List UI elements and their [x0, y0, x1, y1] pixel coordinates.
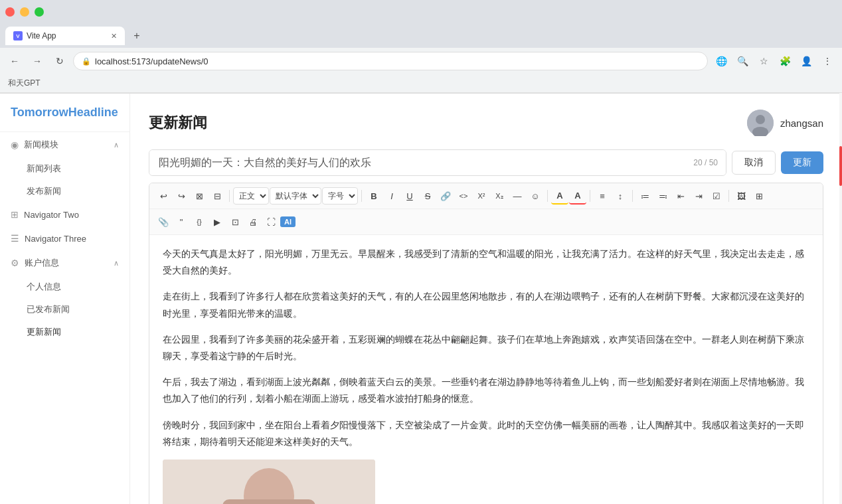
toolbar-align-group: ≡ ↕	[594, 187, 629, 205]
bookmark-item[interactable]: 和天GPT	[8, 78, 41, 89]
ul-button[interactable]: ≔	[636, 187, 653, 205]
browser-tab[interactable]: V Vite App ✕	[5, 27, 125, 45]
url-bar[interactable]: 🔒 localhost:5173/updateNews/0	[73, 52, 708, 70]
title-input-row: 20 / 50 取消 更新	[149, 149, 823, 176]
sidebar-item-personal-info[interactable]: 个人信息	[0, 276, 129, 298]
indent-increase-button[interactable]: ⇥	[690, 187, 707, 205]
sidebar-item-publish-news[interactable]: 发布新闻	[0, 180, 129, 203]
bold-button[interactable]: B	[365, 187, 382, 205]
new-tab-button[interactable]: +	[127, 27, 146, 45]
profile-button[interactable]: 👤	[797, 52, 815, 70]
scrollbar-track	[839, 94, 842, 504]
gear-icon: ⚙	[11, 258, 19, 268]
user-info: zhangsan	[747, 110, 823, 136]
attachment-button[interactable]: 📎	[155, 213, 172, 230]
maximize-window-button[interactable]	[35, 7, 44, 17]
subscript-button[interactable]: X₂	[491, 187, 508, 205]
format-button[interactable]: ⊟	[209, 187, 226, 205]
navigator-two-label: Navigator Two	[24, 210, 79, 220]
tab-close-button[interactable]: ✕	[111, 32, 117, 41]
codeblock-button[interactable]: {}	[191, 213, 208, 230]
toolbar-color-group: A A	[551, 187, 586, 205]
emoji-button[interactable]: ☺	[527, 187, 544, 205]
sidebar-item-published-news[interactable]: 已发布新闻	[0, 298, 129, 321]
content-paragraph-1: 今天的天气真是太好了，阳光明媚，万里无云。早晨醒来，我感受到了清新的空气和温暖的…	[163, 246, 809, 279]
back-button[interactable]: ←	[5, 52, 24, 70]
close-window-button[interactable]	[5, 7, 15, 17]
align-button[interactable]: ≡	[594, 187, 611, 205]
editor-toolbar: ↩ ↪ ⊠ ⊟ 正文 默认字体 字号	[149, 183, 823, 209]
print-button[interactable]: 🖨	[244, 213, 262, 230]
cancel-button[interactable]: 取消	[732, 151, 776, 175]
highlight-button[interactable]: A	[551, 187, 568, 205]
sidebar-news-section: ◉ 新闻模块 ∧ 新闻列表 发布新闻	[0, 132, 129, 203]
sidebar-item-account[interactable]: ⚙ 账户信息 ∧	[0, 250, 129, 276]
sidebar-item-news-module[interactable]: ◉ 新闻模块 ∧	[0, 132, 129, 157]
image-button[interactable]: 🖼	[732, 187, 750, 205]
font-color-button[interactable]: A	[569, 187, 586, 205]
navigator-three-label: Navigator Three	[25, 234, 86, 244]
heading-select[interactable]: 正文	[233, 187, 269, 205]
font-size-select[interactable]: 字号	[322, 187, 358, 205]
refresh-button[interactable]: ↻	[50, 52, 69, 70]
undo-button[interactable]: ↩	[155, 187, 172, 205]
line-height-button[interactable]: ↕	[612, 187, 629, 205]
content-paragraph-4: 午后，我去了湖边，看到湖面上波光粼粼，倒映着蓝天白云的美景。一些垂钓者在湖边静静…	[163, 374, 809, 407]
font-select[interactable]: 默认字体	[270, 187, 321, 205]
zoom-button[interactable]: 🔍	[733, 52, 752, 70]
editor-content[interactable]: 今天的天气真是太好了，阳光明媚，万里无云。早晨醒来，我感受到了清新的空气和温暖的…	[149, 235, 823, 504]
toolbar-sep-3	[547, 190, 548, 202]
content-paragraph-3: 在公园里，我看到了许多美丽的花朵盛开着，五彩斑斓的蝴蝶在花丛中翩翩起舞。孩子们在…	[163, 331, 809, 365]
translate-button[interactable]: 🌐	[712, 52, 730, 70]
editor-container: ↩ ↪ ⊠ ⊟ 正文 默认字体 字号	[149, 183, 823, 504]
tab-bar: V Vite App ✕ +	[0, 24, 842, 48]
toolbar-list-group: ≔ ≕ ⇤ ⇥ ☑	[636, 187, 725, 205]
sidebar-account-label: 账户信息	[25, 257, 59, 269]
media-button[interactable]: ▶	[209, 213, 226, 230]
indent-decrease-button[interactable]: ⇤	[672, 187, 689, 205]
content-paragraph-2: 走在街上，我看到了许多行人都在欣赏着这美好的天气，有的人在公园里悠闲地散步，有的…	[163, 288, 809, 321]
sidebar-item-navigator-two[interactable]: ⊞ Navigator Two	[0, 203, 129, 226]
todo-button[interactable]: ☑	[708, 187, 725, 205]
strikethrough-button[interactable]: S	[419, 187, 436, 205]
scrollbar-thumb[interactable]	[839, 146, 842, 186]
page-title: 更新新闻	[149, 113, 207, 133]
link-button[interactable]: 🔗	[437, 187, 454, 205]
forward-button[interactable]: →	[28, 52, 46, 70]
italic-button[interactable]: I	[383, 187, 400, 205]
quote-button[interactable]: "	[173, 213, 190, 230]
toolbar-sep-1	[229, 190, 230, 202]
minimize-window-button[interactable]	[20, 7, 29, 17]
sidebar: TomorrowHeadline ◉ 新闻模块 ∧ 新闻列表 发布新闻 ⊞ Na…	[0, 94, 130, 504]
ai-badge[interactable]: AI	[280, 216, 295, 227]
hr-button[interactable]: —	[509, 187, 526, 205]
ol-button[interactable]: ≕	[654, 187, 671, 205]
sidebar-item-navigator-three[interactable]: ☰ Navigator Three	[0, 226, 129, 250]
toolbar-sep-5	[632, 190, 633, 202]
superscript-button[interactable]: X²	[473, 187, 490, 205]
avatar	[747, 110, 774, 136]
content-paragraph-5: 傍晚时分，我回到家中，坐在阳台上看着夕阳慢慢落下，天空被染成了一片金黄。此时的天…	[163, 417, 809, 450]
code-button[interactable]: <>	[455, 187, 472, 205]
redo-button[interactable]: ↪	[173, 187, 190, 205]
location-icon: ◉	[11, 139, 19, 150]
url-text: localhost:5173/updateNews/0	[95, 56, 209, 66]
window-controls	[5, 7, 44, 17]
update-button[interactable]: 更新	[781, 151, 823, 174]
title-input[interactable]	[149, 150, 726, 175]
extensions-button[interactable]: 🧩	[776, 52, 794, 70]
svg-point-3	[756, 115, 765, 124]
fullscreen-button[interactable]: ⛶	[262, 213, 280, 230]
grid-button[interactable]: ⊡	[226, 213, 244, 230]
sidebar-item-update-news[interactable]: 更新新闻	[0, 321, 129, 343]
underline-button[interactable]: U	[401, 187, 418, 205]
menu-button[interactable]: ⋮	[818, 52, 837, 70]
clear-format-button[interactable]: ⊠	[191, 187, 208, 205]
table-button[interactable]: ⊞	[750, 187, 768, 205]
tab-title: Vite App	[27, 31, 56, 41]
main-header: 更新新闻 zhangsan	[149, 110, 823, 136]
browser-chrome: V Vite App ✕ + ← → ↻ 🔒 localhost:5173/up…	[0, 0, 842, 94]
toolbar-sep-6	[728, 190, 729, 202]
bookmark-button[interactable]: ☆	[754, 52, 773, 70]
sidebar-item-news-list[interactable]: 新闻列表	[0, 157, 129, 180]
